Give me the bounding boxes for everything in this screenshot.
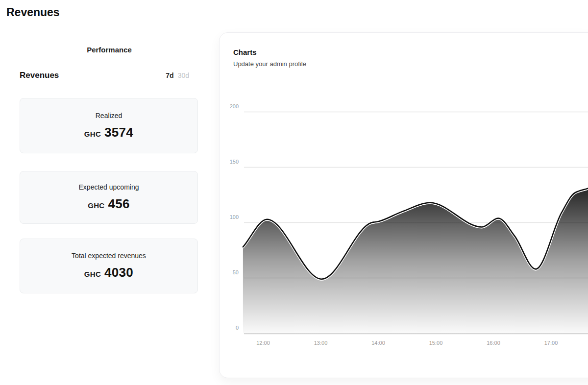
stat-card-amount: GHC 3574 xyxy=(84,125,133,140)
stat-card-amount: GHC 456 xyxy=(88,196,130,212)
charts-panel: Charts Update your admin profile 0501001… xyxy=(219,32,588,378)
range-toggle: 7d 30d xyxy=(166,72,199,79)
stat-card-label: Total expected revenues xyxy=(72,252,146,260)
x-tick-label: 16:00 xyxy=(483,339,504,346)
stat-card-label: Realized xyxy=(96,112,122,120)
amount-value: 3574 xyxy=(104,125,133,140)
amount-value: 456 xyxy=(108,196,129,212)
x-tick-label: 12:00 xyxy=(252,339,274,346)
revenues-page: Revenues Performance Revenues 7d 30d Rea… xyxy=(0,0,588,385)
chart-plot-area[interactable] xyxy=(244,112,588,334)
revenues-section-row: Revenues 7d 30d xyxy=(20,71,199,80)
x-tick-label: 17:00 xyxy=(540,339,562,346)
x-tick-label: 13:00 xyxy=(310,339,332,346)
x-tick-label: 15:00 xyxy=(425,339,447,346)
currency-code: GHC xyxy=(88,201,104,210)
stat-card-total-expected: Total expected revenues GHC 4030 xyxy=(20,239,198,293)
y-tick-label: 100 xyxy=(220,214,239,220)
stat-card-realized: Realized GHC 3574 xyxy=(20,98,198,153)
y-tick-label: 200 xyxy=(220,103,239,110)
performance-header: Performance xyxy=(20,46,199,54)
stat-card-label: Expected upcoming xyxy=(79,183,139,191)
currency-code: GHC xyxy=(84,130,101,138)
stat-card-expected-upcoming: Expected upcoming GHC 456 xyxy=(20,171,198,224)
y-tick-label: 50 xyxy=(220,269,239,276)
x-tick-label: 14:00 xyxy=(368,339,389,346)
revenues-section-label: Revenues xyxy=(20,71,59,80)
y-tick-label: 150 xyxy=(220,158,239,165)
stat-card-amount: GHC 4030 xyxy=(84,265,133,280)
range-option-30d[interactable]: 30d xyxy=(178,72,189,79)
range-option-7d[interactable]: 7d xyxy=(166,72,173,79)
amount-value: 4030 xyxy=(104,265,133,280)
y-tick-label: 0 xyxy=(220,324,239,331)
page-title: Revenues xyxy=(6,6,60,19)
currency-code: GHC xyxy=(84,270,101,278)
